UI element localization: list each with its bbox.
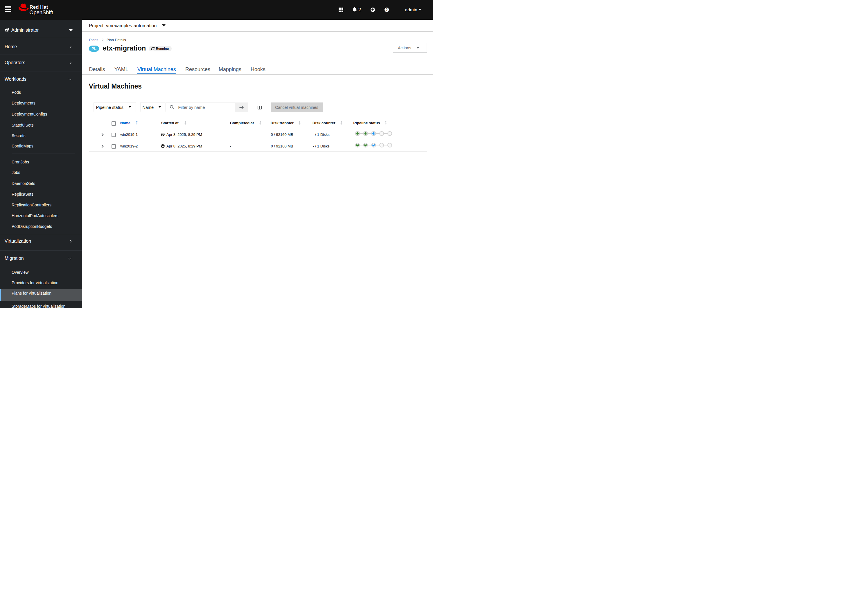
svg-text:?: ? [386,8,388,11]
